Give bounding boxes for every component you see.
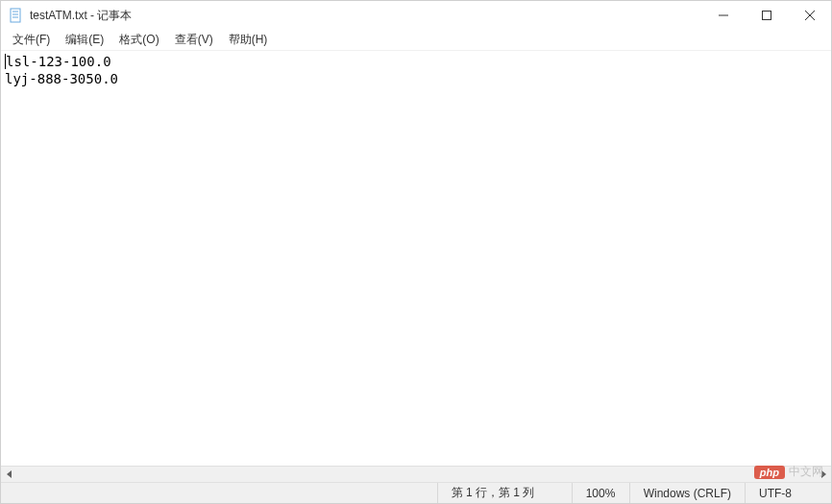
- titlebar[interactable]: testATM.txt - 记事本: [1, 1, 831, 30]
- menu-format[interactable]: 格式(O): [111, 30, 166, 50]
- status-encoding: UTF-8: [745, 483, 831, 503]
- menu-edit[interactable]: 编辑(E): [58, 30, 111, 50]
- watermark: php 中文网: [754, 464, 823, 480]
- editor-content[interactable]: lsl-123-100.0 lyj-888-3050.0: [1, 51, 831, 89]
- status-line-ending: Windows (CRLF): [629, 483, 745, 503]
- text-editor[interactable]: lsl-123-100.0 lyj-888-3050.0: [1, 51, 831, 466]
- statusbar: 第 1 行，第 1 列 100% Windows (CRLF) UTF-8: [1, 482, 831, 503]
- svg-rect-5: [762, 12, 771, 20]
- window-title: testATM.txt - 记事本: [30, 8, 132, 24]
- app-icon: [9, 8, 24, 23]
- svg-rect-0: [11, 9, 20, 22]
- watermark-badge: php: [754, 466, 785, 479]
- close-button[interactable]: [788, 1, 831, 30]
- watermark-text: 中文网: [789, 464, 823, 480]
- notepad-window: testATM.txt - 记事本 文件(F) 编辑(E) 格式(O) 查看(V…: [0, 0, 832, 504]
- horizontal-scrollbar[interactable]: [1, 466, 831, 482]
- scroll-left-arrow-icon[interactable]: [1, 467, 17, 483]
- menubar: 文件(F) 编辑(E) 格式(O) 查看(V) 帮助(H): [1, 30, 831, 51]
- maximize-button[interactable]: [745, 1, 788, 30]
- status-zoom: 100%: [572, 483, 629, 503]
- menu-view[interactable]: 查看(V): [167, 30, 221, 50]
- menu-file[interactable]: 文件(F): [5, 30, 58, 50]
- menu-help[interactable]: 帮助(H): [221, 30, 276, 50]
- text-line-2: lyj-888-3050.0: [5, 71, 118, 86]
- minimize-button[interactable]: [701, 1, 745, 30]
- text-line-1: lsl-123-100.0: [6, 54, 111, 69]
- svg-marker-8: [7, 470, 12, 478]
- status-position: 第 1 行，第 1 列: [437, 483, 572, 503]
